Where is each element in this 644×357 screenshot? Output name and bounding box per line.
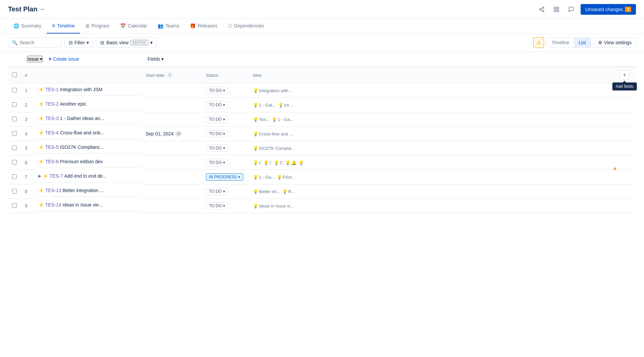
lightning-icon: ⚡ [38, 130, 44, 135]
bulb-icon: 💡 [299, 160, 304, 165]
list-view-btn[interactable]: List [574, 38, 591, 47]
create-issue-button[interactable]: + Create issue [48, 56, 79, 62]
tab-summary[interactable]: 🌐 Summary [8, 19, 47, 33]
row-checkbox-cell [8, 184, 21, 199]
issue-id-link[interactable]: TES-4 [45, 130, 59, 135]
status-chevron-icon: ▾ [223, 203, 225, 208]
row-checkbox[interactable] [12, 131, 17, 136]
issue-chevron-icon: ▾ [40, 56, 42, 62]
lightning-icon: ⚡ [43, 173, 48, 179]
add-fields-col-header: + Add fields [616, 67, 636, 83]
row-checkbox-cell [8, 98, 21, 112]
idea-items: 💡1 - Gat...💡Int... [253, 103, 612, 108]
issue-id-link[interactable]: TES-14 [45, 202, 61, 207]
status-col-header: Status [202, 67, 249, 83]
status-badge[interactable]: TO DO ▾ [206, 87, 228, 94]
idea-text: Cross-flow and ... [259, 131, 293, 136]
status-badge[interactable]: TO DO ▾ [206, 159, 228, 166]
row-checkbox[interactable] [12, 189, 17, 193]
expand-button[interactable]: ▶ [38, 174, 41, 178]
status-cell: TO DO ▾ [202, 127, 249, 141]
select-all-checkbox[interactable] [12, 72, 17, 77]
start-date-value: Sep 01, 2024 [146, 131, 173, 136]
issue-id-link[interactable]: TES-3 [45, 116, 59, 121]
idea-text: 1 - Gat... [259, 103, 276, 108]
timeline-view-btn[interactable]: Timeline [547, 38, 574, 47]
fields-chevron-icon: ▾ [161, 56, 164, 62]
edited-badge: EDITED [130, 40, 148, 45]
status-chevron-icon: ▾ [223, 117, 225, 122]
view-settings-button[interactable]: ⚙ View settings [594, 38, 636, 48]
tab-teams[interactable]: 👥 Teams [152, 19, 184, 33]
lightning-icon: ⚡ [38, 159, 44, 164]
toolbar: 🔍 ⊟ Filter ▾ ⊟ Basic view EDITED ▾ ⚠ Tim… [0, 34, 644, 52]
add-fields-button[interactable]: + [620, 70, 629, 80]
row-checkbox[interactable] [12, 174, 17, 179]
idea-item: 💡I. [253, 160, 261, 165]
comment-icon[interactable] [566, 4, 577, 15]
issue-title-cell: ▶ ⚡ TES-7 Add end to end de... [34, 170, 142, 182]
idea-items: 💡Integration with ... [253, 88, 612, 93]
status-badge[interactable]: TO DO ▾ [206, 144, 228, 152]
board-view-icon[interactable] [551, 4, 562, 15]
issue-id-link[interactable]: TES-7 [50, 173, 63, 179]
idea-item: 💡I. [263, 160, 272, 165]
issue-title-cell: ⚡ TES-5 ISO27K Complianc... [34, 141, 142, 154]
row-checkbox-cell [8, 156, 21, 170]
issue-sort-button[interactable]: Issue ▾ [27, 56, 43, 62]
status-badge[interactable]: TO DO ▾ [206, 101, 228, 109]
row-checkbox[interactable] [12, 117, 17, 121]
row-checkbox[interactable] [12, 88, 17, 93]
clear-date-button[interactable]: ✕ [175, 131, 181, 137]
bulb-icon: 💡 [253, 175, 258, 180]
idea-cell: 💡Integration with ... [249, 83, 616, 98]
status-cell: TO DO ▾ [202, 112, 249, 127]
title-more-btn[interactable]: ··· [40, 6, 44, 12]
issue-id-link[interactable]: TES-5 [45, 144, 59, 150]
issue-id-link[interactable]: TES-1 [45, 87, 59, 92]
idea-cell: 💡I.💡I.💡C💡🔔💡 [249, 156, 616, 170]
status-badge[interactable]: TO DO ▾ [206, 188, 228, 195]
share-icon[interactable] [536, 4, 547, 15]
view-preset-button[interactable]: ⊟ Basic view EDITED ▾ [96, 38, 157, 48]
status-badge[interactable]: TO DO ▾ [206, 130, 228, 137]
issue-title-cell: ⚡ TES-2 Another epic [34, 98, 142, 110]
toolbar-left: 🔍 ⊟ Filter ▾ ⊟ Basic view EDITED ▾ [8, 38, 157, 48]
status-chevron-icon: ▾ [238, 175, 240, 179]
tab-calendar[interactable]: 📅 Calendar [115, 19, 152, 33]
row-number: 7 [21, 170, 34, 184]
idea-item: 💡1 - Gat... [253, 103, 276, 108]
filter-button[interactable]: ⊟ Filter ▾ [64, 38, 93, 48]
tab-timeline[interactable]: ≡ Timeline [47, 19, 80, 34]
status-cell: TO DO ▾ [202, 83, 249, 98]
tab-program[interactable]: ⊞ Program [80, 19, 115, 33]
idea-text: I. [269, 160, 272, 165]
status-badge[interactable]: IN PROGRESS ▾ [206, 173, 243, 181]
row-checkbox[interactable] [12, 203, 17, 208]
search-input[interactable] [19, 40, 58, 45]
tab-releases[interactable]: 🎁 Releases [184, 19, 222, 33]
status-badge[interactable]: TO DO ▾ [206, 202, 228, 210]
issue-id-link[interactable]: TES-13 [45, 188, 61, 193]
idea-cell: 💡1 - Gat...💡Int... [249, 98, 616, 112]
start-date-cell: Sep 01, 2024 ✕ [142, 127, 202, 141]
start-date-sort[interactable]: Start date D [146, 72, 173, 78]
fields-button[interactable]: Fields ▾ [148, 56, 164, 62]
issue-id-link[interactable]: TES-2 [45, 101, 59, 107]
idea-text: ISO27K Complia... [259, 146, 295, 151]
idea-text: 1 - Ga... [278, 117, 293, 122]
issue-title-cell: ⚡ TES-13 Better integration ... [34, 184, 142, 197]
start-date-cell [142, 199, 202, 213]
row-checkbox[interactable] [12, 160, 17, 165]
add-fields-tooltip: Add fields [612, 82, 637, 91]
filter-icon: ⊟ [69, 40, 73, 45]
status-badge[interactable]: TO DO ▾ [206, 116, 228, 123]
unsaved-changes-button[interactable]: Unsaved changes 3 [581, 4, 636, 15]
warning-icon[interactable]: ⚠ [533, 37, 544, 48]
row-checkbox[interactable] [12, 102, 17, 107]
row-checkbox[interactable] [12, 145, 17, 150]
search-box[interactable]: 🔍 [8, 38, 62, 48]
idea-items: 💡Cross-flow and ... [253, 131, 612, 136]
issue-id-link[interactable]: TES-6 [45, 159, 59, 164]
tab-dependencies[interactable]: ⬡ Dependencies [223, 19, 270, 33]
